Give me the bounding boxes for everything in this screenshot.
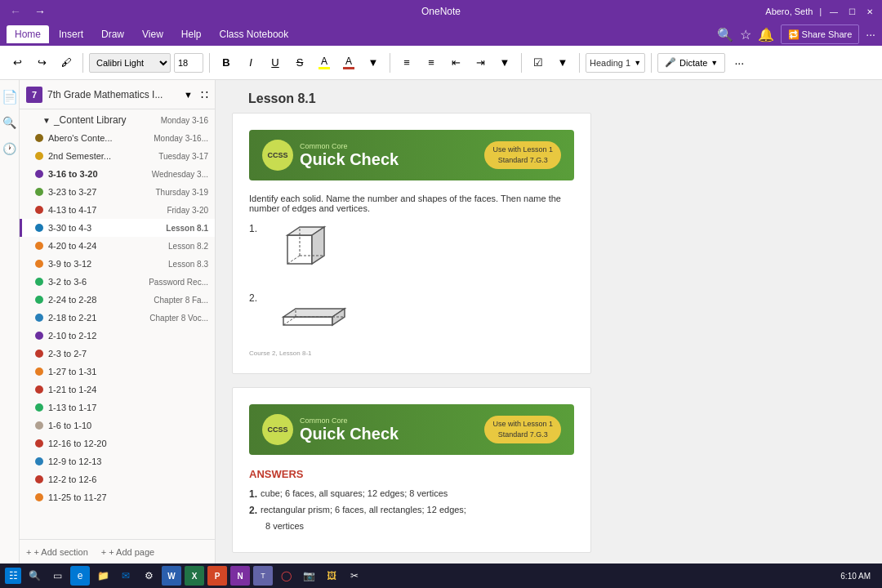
tab-help[interactable]: Help xyxy=(173,25,210,43)
sidebar-left-icons: 📄 🔍 🕐 xyxy=(0,80,20,564)
page-item-16-110[interactable]: 1-6 to 1-10 xyxy=(20,416,215,434)
add-section-button[interactable]: + + Add section xyxy=(26,547,88,557)
more-options-icon[interactable]: ··· xyxy=(866,28,875,41)
maximize-button[interactable]: ☐ xyxy=(846,6,858,17)
taskbar-snip[interactable]: ✂ xyxy=(345,566,364,586)
heading-dropdown-icon[interactable]: ▼ xyxy=(634,59,641,67)
notebook-page-1: CCSS Common Core Quick Check Use with Le… xyxy=(232,113,591,374)
section-date: Monday 3-16 xyxy=(161,116,208,125)
font-select[interactable]: Calibri Light xyxy=(89,53,171,73)
title-bar: ← → OneNote Abero, Seth | — ☐ ✕ xyxy=(0,0,882,23)
page-item-122-126[interactable]: 12-2 to 12-6 xyxy=(20,470,215,488)
page-item-127-131[interactable]: 1-27 to 1-31 xyxy=(20,363,215,381)
redo-button[interactable]: ↪ xyxy=(31,52,52,74)
search-toolbar-icon[interactable]: 🔍 xyxy=(717,27,733,42)
taskbar-powerpoint[interactable]: P xyxy=(207,566,227,586)
taskbar-camera[interactable]: 📷 xyxy=(299,566,318,586)
section-header-content-library[interactable]: ▼ _Content Library Monday 3-16 xyxy=(20,111,215,129)
underline-button[interactable]: U xyxy=(265,52,286,74)
svg-marker-6 xyxy=(283,317,332,325)
checkbox-button[interactable]: ☑ xyxy=(528,52,549,74)
dictate-dropdown-icon[interactable]: ▼ xyxy=(710,59,718,67)
start-button[interactable]: ☷ xyxy=(5,568,21,584)
increase-indent-button[interactable]: ⇥ xyxy=(470,52,491,74)
page-dot xyxy=(35,152,43,160)
history-sidebar-icon[interactable]: 🕐 xyxy=(0,139,20,158)
taskbar-word[interactable]: W xyxy=(162,566,181,586)
nav-forward-button[interactable]: → xyxy=(31,3,49,20)
taskbar-email[interactable]: ✉ xyxy=(116,566,136,586)
page-item-1125-1127[interactable]: 11-25 to 11-27 xyxy=(20,488,215,506)
page-item-218-221[interactable]: 2-18 to 2-21 Chapter 8 Voc... xyxy=(20,309,215,327)
ccss-badge-1: CCSS xyxy=(262,140,293,171)
notification-icon[interactable]: 🔔 xyxy=(758,27,774,42)
minimize-button[interactable]: — xyxy=(828,6,840,17)
page-dot xyxy=(35,403,43,412)
page-dot xyxy=(35,260,43,268)
indent-dropdown[interactable]: ▼ xyxy=(494,52,515,74)
page-item-330-43[interactable]: 3-30 to 4-3 Lesson 8.1 xyxy=(20,219,215,237)
page-item-113-117[interactable]: 1-13 to 1-17 xyxy=(20,399,215,416)
sidebar-content: ▼ _Content Library Monday 3-16 Abero's C… xyxy=(20,109,215,539)
sort-icon[interactable]: ∷ xyxy=(201,88,208,101)
notebook-dropdown-icon[interactable]: ▼ xyxy=(184,90,193,100)
font-size-input[interactable] xyxy=(174,53,203,73)
notebook-icon-btn[interactable]: 📄 xyxy=(0,87,20,106)
taskbar-search[interactable]: 🔍 xyxy=(24,566,44,586)
page-item-39-312[interactable]: 3-9 to 3-12 Lesson 8.3 xyxy=(20,255,215,273)
taskbar-chrome[interactable]: ◯ xyxy=(276,566,296,586)
search-sidebar-icon[interactable]: 🔍 xyxy=(0,113,20,132)
taskbar-settings[interactable]: ⚙ xyxy=(139,566,158,586)
highlight-dropdown[interactable]: ▼ xyxy=(363,52,384,74)
tab-view[interactable]: View xyxy=(134,25,172,43)
page-item-210-212[interactable]: 2-10 to 2-12 xyxy=(20,327,215,345)
quick-check-title-2: Quick Check xyxy=(300,425,484,443)
tab-home[interactable]: Home xyxy=(7,25,49,43)
add-page-button[interactable]: + + Add page xyxy=(101,547,154,557)
taskbar-edge[interactable]: e xyxy=(70,566,90,586)
page-item-2nd-semester[interactable]: 2nd Semester... Tuesday 3-17 xyxy=(20,147,215,165)
nav-back-button[interactable]: ← xyxy=(7,3,24,20)
numbering-button[interactable]: ≡ xyxy=(421,52,442,74)
page-dot xyxy=(35,421,43,430)
share-button[interactable]: 🔁 ShareShare xyxy=(781,24,860,44)
bold-button[interactable]: B xyxy=(216,52,237,74)
dictate-button[interactable]: 🎤 Dictate ▼ xyxy=(657,53,725,73)
page-item-32-36[interactable]: 3-2 to 3-6 Password Rec... xyxy=(20,273,215,291)
decrease-indent-button[interactable]: ⇤ xyxy=(445,52,466,74)
taskbar-excel[interactable]: X xyxy=(185,566,204,586)
close-button[interactable]: ✕ xyxy=(864,6,875,17)
divider-5 xyxy=(579,53,580,73)
page-item-aberos[interactable]: Abero's Conte... Monday 3-16... xyxy=(20,129,215,147)
bookmark-icon[interactable]: ☆ xyxy=(740,27,751,42)
tab-class-notebook[interactable]: Class Notebook xyxy=(212,25,297,43)
use-with-box-1: Use with Lesson 1 Standard 7.G.3 xyxy=(484,141,561,168)
strikethrough-button[interactable]: S xyxy=(289,52,310,74)
page-item-413-417[interactable]: 4-13 to 4-17 Friday 3-20 xyxy=(20,201,215,219)
page-item-323-327[interactable]: 3-23 to 3-27 Thursday 3-19 xyxy=(20,183,215,201)
italic-button[interactable]: I xyxy=(240,52,261,74)
page-item-121-124[interactable]: 1-21 to 1-24 xyxy=(20,381,215,399)
highlight-button[interactable]: A xyxy=(314,52,335,74)
bullets-button[interactable]: ≡ xyxy=(396,52,417,74)
page-dot xyxy=(35,206,43,214)
page-item-316-320[interactable]: 3-16 to 3-20 Wednesday 3... xyxy=(20,165,215,183)
page-item-23-27[interactable]: 2-3 to 2-7 xyxy=(20,345,215,363)
format-painter-button[interactable]: 🖋 xyxy=(56,52,77,74)
taskbar-onenote[interactable]: N xyxy=(230,566,250,586)
taskbar-photos[interactable]: 🖼 xyxy=(322,566,341,586)
taskbar-file-explorer[interactable]: 📁 xyxy=(93,566,113,586)
taskbar-teams[interactable]: T xyxy=(253,566,273,586)
page-item-1216-1220[interactable]: 12-16 to 12-20 xyxy=(20,434,215,452)
undo-button[interactable]: ↩ xyxy=(7,52,28,74)
tab-draw[interactable]: Draw xyxy=(93,25,132,43)
page-title-bar: Lesson 8.1 xyxy=(232,88,866,113)
page-item-129-1213[interactable]: 12-9 to 12-13 xyxy=(20,452,215,470)
tab-insert[interactable]: Insert xyxy=(51,25,91,43)
checkbox-dropdown[interactable]: ▼ xyxy=(552,52,573,74)
page-item-420-424[interactable]: 4-20 to 4-24 Lesson 8.2 xyxy=(20,237,215,255)
page-item-224-228[interactable]: 2-24 to 2-28 Chapter 8 Fa... xyxy=(20,291,215,309)
more-toolbar-icon[interactable]: ··· xyxy=(728,52,750,74)
font-color-button[interactable]: A xyxy=(338,52,359,74)
taskbar-task-view[interactable]: ▭ xyxy=(47,566,67,586)
